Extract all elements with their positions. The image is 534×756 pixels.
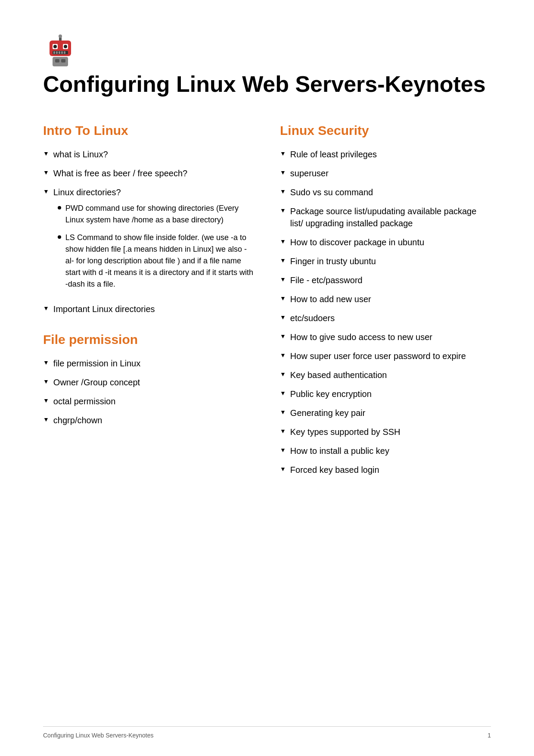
list-item: ▼ Rule of least privileges xyxy=(280,148,491,160)
footer-page-number: 1 xyxy=(487,732,491,739)
svg-rect-12 xyxy=(64,51,65,54)
item-text: Linux directories? xyxy=(53,187,121,197)
bullet-text: LS Command to show file inside folder. (… xyxy=(65,232,254,290)
svg-point-6 xyxy=(64,45,67,48)
triangle-icon: ▼ xyxy=(280,257,286,264)
item-text: Key based authentication xyxy=(290,369,387,381)
item-text: Forced key based login xyxy=(290,464,379,476)
bullet-dot xyxy=(58,206,61,209)
triangle-icon: ▼ xyxy=(43,359,49,366)
item-text: Finger in trusty ubuntu xyxy=(290,255,376,267)
list-item: ▼ Key types supported by SSH xyxy=(280,426,491,438)
svg-rect-15 xyxy=(61,59,65,62)
item-text: octal permission xyxy=(53,395,116,407)
triangle-icon: ▼ xyxy=(280,295,286,302)
bullet-text: PWD command use for showing directories … xyxy=(65,203,254,226)
triangle-icon: ▼ xyxy=(43,150,49,157)
svg-rect-9 xyxy=(56,51,58,54)
list-item: ▼ Key based authentication xyxy=(280,369,491,381)
item-text: file permission in Linux xyxy=(53,357,140,369)
list-item: ▼ what is Linux? xyxy=(43,148,254,160)
triangle-icon: ▼ xyxy=(280,352,286,359)
bullet-dot xyxy=(58,235,61,239)
right-column: Linux Security ▼ Rule of least privilege… xyxy=(280,123,491,483)
svg-rect-10 xyxy=(59,51,60,54)
item-text: File - etc/password xyxy=(290,274,363,286)
triangle-icon: ▼ xyxy=(43,416,49,423)
triangle-icon: ▼ xyxy=(43,378,49,385)
item-text: How to install a public key xyxy=(290,445,389,457)
svg-rect-14 xyxy=(55,59,59,62)
item-text: How to discover package in ubuntu xyxy=(290,236,424,248)
triangle-icon: ▼ xyxy=(43,188,49,195)
file-permission-title: File permission xyxy=(43,332,254,347)
item-text: chgrp/chown xyxy=(53,414,102,426)
svg-rect-11 xyxy=(61,51,63,54)
list-item: ▼ How to give sudo access to new user xyxy=(280,331,491,343)
intro-title: Intro To Linux xyxy=(43,123,254,138)
page: Configuring Linux Web Servers-Keynotes I… xyxy=(0,0,534,756)
triangle-icon: ▼ xyxy=(43,169,49,176)
triangle-icon: ▼ xyxy=(280,465,286,472)
list-item: ▼ Generating key pair xyxy=(280,407,491,419)
triangle-icon: ▼ xyxy=(280,188,286,195)
list-item: ▼ Important Linux directories xyxy=(43,303,254,315)
triangle-icon: ▼ xyxy=(280,150,286,157)
list-item: ▼ Owner /Group concept xyxy=(43,376,254,388)
item-text: What is free as beer / free speech? xyxy=(53,167,187,179)
item-text: Sudo vs su command xyxy=(290,186,373,198)
triangle-icon: ▼ xyxy=(280,428,286,434)
bullet-item: LS Command to show file inside folder. (… xyxy=(58,232,254,290)
list-item: ▼ How to discover package in ubuntu xyxy=(280,236,491,248)
svg-rect-8 xyxy=(53,51,55,54)
list-item: ▼ etc/sudoers xyxy=(280,312,491,324)
list-item: ▼ octal permission xyxy=(43,395,254,407)
svg-rect-13 xyxy=(53,57,68,66)
triangle-icon: ▼ xyxy=(43,305,49,312)
list-item: ▼ superuser xyxy=(280,167,491,179)
security-title: Linux Security xyxy=(280,123,491,138)
two-column-layout: Intro To Linux ▼ what is Linux? ▼ What i… xyxy=(43,123,491,483)
item-text: etc/sudoers xyxy=(290,312,335,324)
file-permission-section: File permission ▼ file permission in Lin… xyxy=(43,332,254,426)
triangle-icon: ▼ xyxy=(280,169,286,176)
triangle-icon: ▼ xyxy=(280,409,286,415)
triangle-icon: ▼ xyxy=(280,333,286,340)
list-item: ▼ file permission in Linux xyxy=(43,357,254,369)
triangle-icon: ▼ xyxy=(280,276,286,283)
item-text: Important Linux directories xyxy=(53,303,155,315)
list-item: ▼ Forced key based login xyxy=(280,464,491,476)
item-text: Public key encryption xyxy=(290,388,372,400)
triangle-icon: ▼ xyxy=(43,397,49,404)
list-item: ▼ Package source list/upudating availabl… xyxy=(280,205,491,229)
item-text: Key types supported by SSH xyxy=(290,426,400,438)
list-item: ▼ How to install a public key xyxy=(280,445,491,457)
footer: Configuring Linux Web Servers-Keynotes 1 xyxy=(43,726,491,739)
list-item: ▼ chgrp/chown xyxy=(43,414,254,426)
item-text: what is Linux? xyxy=(53,148,108,160)
linux-security-section: Linux Security ▼ Rule of least privilege… xyxy=(280,123,491,476)
triangle-icon: ▼ xyxy=(280,314,286,321)
item-text: Rule of least privileges xyxy=(290,148,377,160)
item-text: superuser xyxy=(290,167,329,179)
list-item: ▼ Public key encryption xyxy=(280,388,491,400)
triangle-icon: ▼ xyxy=(280,371,286,378)
footer-document-title: Configuring Linux Web Servers-Keynotes xyxy=(43,732,154,739)
svg-point-5 xyxy=(53,45,57,48)
item-text: Package source list/upudating available … xyxy=(290,205,491,229)
bullet-item: PWD command use for showing directories … xyxy=(58,203,254,226)
sub-list: PWD command use for showing directories … xyxy=(58,203,254,290)
triangle-icon: ▼ xyxy=(280,390,286,397)
list-item: ▼ What is free as beer / free speech? xyxy=(43,167,254,179)
list-item: ▼ File - etc/password xyxy=(280,274,491,286)
intro-section: Intro To Linux ▼ what is Linux? ▼ What i… xyxy=(43,123,254,315)
list-item: ▼ Linux directories? PWD command use for… xyxy=(43,186,254,296)
item-text: Owner /Group concept xyxy=(53,376,140,388)
list-item: ▼ How to add new user xyxy=(280,293,491,305)
list-item: ▼ Sudo vs su command xyxy=(280,186,491,198)
main-title: Configuring Linux Web Servers-Keynotes xyxy=(43,71,491,97)
list-item: ▼ How super user force user password to … xyxy=(280,350,491,362)
item-text: Generating key pair xyxy=(290,407,366,419)
left-column: Intro To Linux ▼ what is Linux? ▼ What i… xyxy=(43,123,254,433)
svg-point-1 xyxy=(59,34,62,38)
